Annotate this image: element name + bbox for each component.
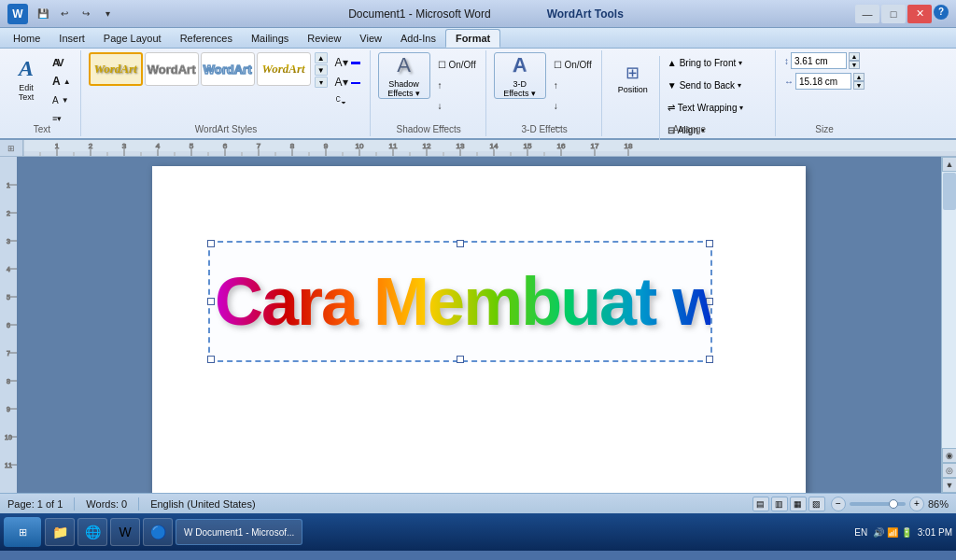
- view-web-layout[interactable]: ▦: [790, 497, 807, 511]
- width-up-button[interactable]: ▲: [853, 73, 865, 81]
- width-down-button[interactable]: ▼: [853, 81, 865, 90]
- handle-middle-left[interactable]: [207, 298, 215, 305]
- wordart-text: Cara Membuat word art: [215, 268, 710, 335]
- taskbar-word-icon[interactable]: W: [110, 518, 140, 546]
- spacing-button[interactable]: AV: [49, 54, 75, 71]
- wordart-style-2[interactable]: WordArt: [145, 52, 199, 86]
- view-outline[interactable]: ▨: [808, 497, 825, 511]
- shadow-on-off-button[interactable]: ☐ On/Off: [434, 56, 480, 73]
- svg-text:11: 11: [389, 142, 398, 150]
- scroll-up-button[interactable]: ▲: [942, 157, 956, 172]
- fill-color-button[interactable]: A▾: [331, 54, 364, 71]
- tab-home[interactable]: Home: [4, 29, 49, 48]
- status-right: ▤ ▥ ▦ ▨ − + 86%: [752, 497, 949, 511]
- zoom-in-button[interactable]: +: [909, 497, 924, 511]
- redo-button[interactable]: ↪: [77, 5, 95, 23]
- undo-button[interactable]: ↩: [55, 5, 74, 23]
- 3d-tilt-down[interactable]: ↓: [550, 97, 596, 114]
- document-area[interactable]: Cara Membuat word art: [17, 157, 941, 493]
- position-button[interactable]: ⊞ Position: [610, 52, 656, 105]
- svg-text:13: 13: [457, 142, 465, 150]
- 3d-effects-button[interactable]: A 3-DEffects ▾: [494, 52, 546, 99]
- tab-addins[interactable]: Add-Ins: [391, 29, 445, 48]
- arrange-label: Arrange: [673, 124, 707, 134]
- svg-text:7: 7: [7, 350, 10, 357]
- gallery-scroll-more[interactable]: ▾: [315, 77, 328, 88]
- 3d-tilt-up[interactable]: ↑: [550, 77, 596, 93]
- width-value: 15.18 cm: [799, 77, 837, 87]
- wordart-style-3[interactable]: WordArt: [201, 52, 255, 86]
- height-down-button[interactable]: ▼: [849, 61, 860, 69]
- start-button[interactable]: ⊞: [4, 517, 41, 547]
- handle-top-center[interactable]: [457, 240, 464, 247]
- shadow-effects-label: Shadow Effects: [396, 124, 460, 134]
- wordart-container[interactable]: Cara Membuat word art: [208, 241, 712, 362]
- scroll-down-button[interactable]: ▼: [942, 478, 956, 493]
- lang-indicator: EN: [854, 527, 867, 538]
- tab-insert[interactable]: Insert: [49, 29, 94, 48]
- zoom-slider[interactable]: [850, 502, 906, 506]
- tab-review[interactable]: Review: [298, 29, 350, 48]
- shadow-nudge-down[interactable]: ↓: [434, 97, 480, 114]
- taskbar-apps: 📁 🌐 W 🔵 W Document1 - Microsof...: [45, 518, 851, 546]
- view-buttons: ▤ ▥ ▦ ▨: [752, 497, 825, 511]
- group-3d-effects: A 3-DEffects ▾ ☐ On/Off ↑ ↓ ← → 3-D Effe…: [488, 50, 602, 136]
- customize-qat-button[interactable]: ▾: [98, 5, 117, 23]
- view-full-reading[interactable]: ▥: [771, 497, 788, 511]
- save-button[interactable]: 💾: [34, 5, 52, 23]
- zoom-thumb[interactable]: [889, 499, 898, 509]
- handle-top-right[interactable]: [706, 240, 713, 247]
- 3d-on-off-button[interactable]: ☐ On/Off: [550, 56, 596, 73]
- handle-top-left[interactable]: [207, 240, 215, 247]
- system-icons: 🔊 📶 🔋: [873, 527, 912, 538]
- scroll-prev-page[interactable]: ◉: [942, 448, 956, 463]
- tab-mailings[interactable]: Mailings: [242, 29, 298, 48]
- tab-pagelayout[interactable]: Page Layout: [94, 29, 171, 48]
- text-wrapping-button[interactable]: ⇌ Text Wrapping ▾: [663, 97, 769, 118]
- tab-references[interactable]: References: [171, 29, 242, 48]
- wordart-tools-label: WordArt Tools: [547, 7, 624, 21]
- shadow-nudge-up[interactable]: ↑: [434, 77, 480, 93]
- close-button[interactable]: ✕: [907, 5, 932, 23]
- bring-front-button[interactable]: ▲ Bring to Front ▾: [663, 52, 769, 73]
- gallery-scroll-up[interactable]: ▲: [315, 52, 328, 63]
- view-print-layout[interactable]: ▤: [752, 497, 769, 511]
- help-button[interactable]: ?: [934, 5, 949, 20]
- taskbar-word-active[interactable]: W Document1 - Microsof...: [176, 519, 302, 545]
- minimize-button[interactable]: —: [855, 5, 879, 23]
- change-shape-button[interactable]: ꟲ▾: [331, 93, 364, 110]
- status-divider-2: [138, 497, 139, 511]
- svg-text:18: 18: [625, 142, 633, 150]
- font-align-button[interactable]: ≡▾: [49, 110, 75, 127]
- taskbar-app-4[interactable]: 🔵: [143, 518, 173, 546]
- status-left: Page: 1 of 1 Words: 0 English (United St…: [7, 497, 256, 511]
- tab-format[interactable]: Format: [445, 29, 500, 48]
- height-up-button[interactable]: ▲: [849, 52, 860, 61]
- scroll-next-page[interactable]: ◎: [942, 463, 956, 478]
- send-back-arrow: ▾: [738, 81, 741, 90]
- scroll-track[interactable]: [942, 172, 956, 448]
- zoom-out-button[interactable]: −: [831, 497, 846, 511]
- handle-bottom-left[interactable]: [207, 356, 215, 363]
- gallery-scroll-down[interactable]: ▼: [315, 64, 328, 76]
- edit-text-button[interactable]: A EditText: [9, 52, 43, 105]
- taskbar-browser[interactable]: 🌐: [77, 518, 107, 546]
- tab-view[interactable]: View: [350, 29, 391, 48]
- wordart-style-1[interactable]: WordArt: [89, 52, 143, 86]
- title-bar: W 💾 ↩ ↪ ▾ Document1 - Microsoft Word Wor…: [0, 0, 956, 28]
- font-size-down-button[interactable]: A▼: [49, 91, 75, 108]
- svg-rect-1: [23, 151, 956, 156]
- outline-color-button[interactable]: A▾: [331, 74, 364, 91]
- taskbar-explorer[interactable]: 📁: [45, 518, 75, 546]
- maximize-button[interactable]: □: [881, 5, 906, 23]
- shadow-effects-button[interactable]: A ShadowEffects ▾: [378, 52, 430, 99]
- handle-bottom-right[interactable]: [706, 356, 713, 363]
- handle-bottom-center[interactable]: [457, 356, 464, 363]
- font-size-up-button[interactable]: A▲: [49, 73, 75, 90]
- scroll-thumb[interactable]: [943, 173, 956, 210]
- scroll-arrow-btns: ◉ ◎: [942, 448, 956, 478]
- wordart-style-4[interactable]: WordArt: [257, 52, 311, 86]
- send-back-button[interactable]: ▼ Send to Back ▾: [663, 75, 769, 95]
- wordart-styles-content: WordArt WordArt WordArt WordArt ▲ ▼ ▾: [89, 52, 364, 134]
- system-tray: EN 🔊 📶 🔋 3:01 PM: [854, 527, 952, 538]
